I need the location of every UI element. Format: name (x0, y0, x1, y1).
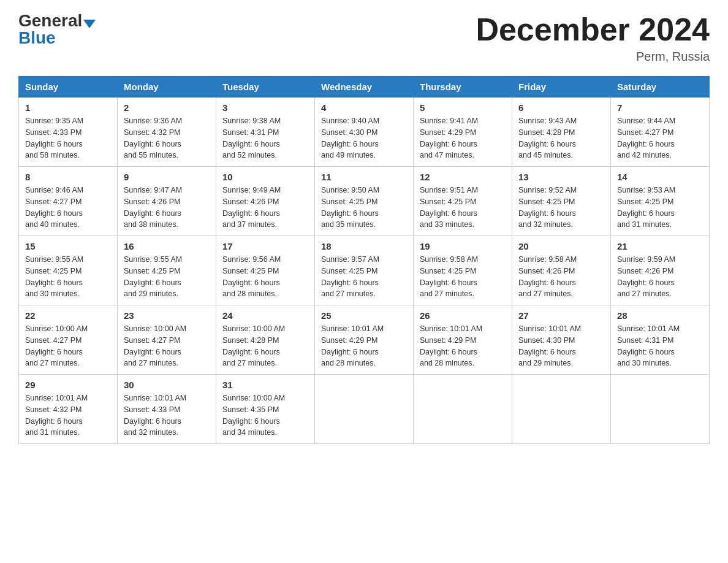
day-info: Sunrise: 9:47 AM Sunset: 4:26 PM Dayligh… (124, 185, 210, 231)
day-info: Sunrise: 10:01 AM Sunset: 4:29 PM Daylig… (420, 323, 506, 369)
day-number: 8 (25, 172, 111, 182)
day-info: Sunrise: 9:35 AM Sunset: 4:33 PM Dayligh… (25, 115, 111, 161)
logo-general-text: General (18, 11, 82, 30)
logo: General Blue (18, 12, 96, 47)
day-number: 15 (25, 241, 111, 251)
calendar-cell: 6 Sunrise: 9:43 AM Sunset: 4:28 PM Dayli… (512, 98, 611, 167)
calendar-table: Sunday Monday Tuesday Wednesday Thursday… (18, 76, 710, 444)
header-friday: Friday (512, 77, 611, 98)
day-number: 7 (617, 102, 703, 113)
calendar-cell: 4 Sunrise: 9:40 AM Sunset: 4:30 PM Dayli… (315, 98, 414, 167)
calendar-cell: 31 Sunrise: 10:00 AM Sunset: 4:35 PM Day… (216, 375, 315, 444)
day-info: Sunrise: 9:36 AM Sunset: 4:32 PM Dayligh… (124, 115, 210, 161)
calendar-cell: 30 Sunrise: 10:01 AM Sunset: 4:33 PM Day… (118, 375, 216, 444)
calendar-cell: 12 Sunrise: 9:51 AM Sunset: 4:25 PM Dayl… (414, 167, 512, 236)
calendar-cell: 3 Sunrise: 9:38 AM Sunset: 4:31 PM Dayli… (216, 98, 315, 167)
day-number: 9 (124, 172, 210, 182)
calendar-cell (512, 375, 611, 444)
calendar-week-5: 29 Sunrise: 10:01 AM Sunset: 4:32 PM Day… (19, 375, 710, 444)
calendar-cell: 27 Sunrise: 10:01 AM Sunset: 4:30 PM Day… (512, 305, 611, 375)
day-number: 18 (321, 241, 407, 251)
day-info: Sunrise: 10:00 AM Sunset: 4:27 PM Daylig… (124, 323, 210, 369)
day-number: 4 (321, 102, 407, 113)
weekday-header-row: Sunday Monday Tuesday Wednesday Thursday… (19, 77, 710, 98)
day-number: 29 (25, 380, 111, 390)
day-number: 26 (420, 310, 506, 321)
day-info: Sunrise: 9:57 AM Sunset: 4:25 PM Dayligh… (321, 254, 407, 300)
calendar-cell: 23 Sunrise: 10:00 AM Sunset: 4:27 PM Day… (118, 305, 216, 375)
day-info: Sunrise: 9:41 AM Sunset: 4:29 PM Dayligh… (420, 115, 506, 161)
day-info: Sunrise: 9:52 AM Sunset: 4:25 PM Dayligh… (518, 185, 604, 231)
header-tuesday: Tuesday (216, 77, 315, 98)
day-info: Sunrise: 9:58 AM Sunset: 4:26 PM Dayligh… (518, 254, 604, 300)
day-number: 27 (518, 310, 604, 321)
calendar-cell: 7 Sunrise: 9:44 AM Sunset: 4:27 PM Dayli… (611, 98, 710, 167)
calendar-cell: 25 Sunrise: 10:01 AM Sunset: 4:29 PM Day… (315, 305, 414, 375)
calendar-cell: 19 Sunrise: 9:58 AM Sunset: 4:25 PM Dayl… (414, 236, 512, 305)
day-number: 19 (420, 241, 506, 251)
day-number: 5 (420, 102, 506, 113)
calendar-cell (414, 375, 512, 444)
calendar-week-2: 8 Sunrise: 9:46 AM Sunset: 4:27 PM Dayli… (19, 167, 710, 236)
calendar-cell: 21 Sunrise: 9:59 AM Sunset: 4:26 PM Dayl… (611, 236, 710, 305)
day-info: Sunrise: 9:46 AM Sunset: 4:27 PM Dayligh… (25, 185, 111, 231)
calendar-cell: 9 Sunrise: 9:47 AM Sunset: 4:26 PM Dayli… (118, 167, 216, 236)
day-number: 20 (518, 241, 604, 251)
calendar-cell: 2 Sunrise: 9:36 AM Sunset: 4:32 PM Dayli… (118, 98, 216, 167)
day-info: Sunrise: 9:43 AM Sunset: 4:28 PM Dayligh… (518, 115, 604, 161)
day-number: 3 (222, 102, 308, 113)
page-header: General Blue December 2024 Perm, Russia (18, 12, 710, 64)
day-info: Sunrise: 10:01 AM Sunset: 4:29 PM Daylig… (321, 323, 407, 369)
calendar-cell: 24 Sunrise: 10:00 AM Sunset: 4:28 PM Day… (216, 305, 315, 375)
day-number: 2 (124, 102, 210, 113)
logo-triangle-icon (83, 20, 96, 28)
day-number: 28 (617, 310, 703, 321)
calendar-cell: 15 Sunrise: 9:55 AM Sunset: 4:25 PM Dayl… (19, 236, 118, 305)
day-number: 10 (222, 172, 308, 182)
calendar-cell: 17 Sunrise: 9:56 AM Sunset: 4:25 PM Dayl… (216, 236, 315, 305)
day-info: Sunrise: 9:55 AM Sunset: 4:25 PM Dayligh… (124, 254, 210, 300)
day-info: Sunrise: 9:50 AM Sunset: 4:25 PM Dayligh… (321, 185, 407, 231)
day-number: 22 (25, 310, 111, 321)
calendar-cell: 1 Sunrise: 9:35 AM Sunset: 4:33 PM Dayli… (19, 98, 118, 167)
day-info: Sunrise: 10:00 AM Sunset: 4:27 PM Daylig… (25, 323, 111, 369)
day-number: 24 (222, 310, 308, 321)
day-info: Sunrise: 10:00 AM Sunset: 4:35 PM Daylig… (222, 393, 308, 439)
calendar-cell: 29 Sunrise: 10:01 AM Sunset: 4:32 PM Day… (19, 375, 118, 444)
day-info: Sunrise: 10:01 AM Sunset: 4:31 PM Daylig… (617, 323, 703, 369)
header-sunday: Sunday (19, 77, 118, 98)
location-label: Perm, Russia (476, 50, 710, 64)
day-info: Sunrise: 9:53 AM Sunset: 4:25 PM Dayligh… (617, 185, 703, 231)
day-number: 17 (222, 241, 308, 251)
day-info: Sunrise: 10:01 AM Sunset: 4:33 PM Daylig… (124, 393, 210, 439)
calendar-cell: 10 Sunrise: 9:49 AM Sunset: 4:26 PM Dayl… (216, 167, 315, 236)
day-number: 31 (222, 380, 308, 390)
calendar-cell: 14 Sunrise: 9:53 AM Sunset: 4:25 PM Dayl… (611, 167, 710, 236)
calendar-cell (611, 375, 710, 444)
day-number: 13 (518, 172, 604, 182)
logo-blue-text: Blue (18, 28, 56, 47)
day-number: 12 (420, 172, 506, 182)
day-number: 25 (321, 310, 407, 321)
day-info: Sunrise: 10:01 AM Sunset: 4:32 PM Daylig… (25, 393, 111, 439)
month-title: December 2024 (476, 12, 710, 47)
calendar-cell: 11 Sunrise: 9:50 AM Sunset: 4:25 PM Dayl… (315, 167, 414, 236)
calendar-cell: 20 Sunrise: 9:58 AM Sunset: 4:26 PM Dayl… (512, 236, 611, 305)
day-number: 21 (617, 241, 703, 251)
calendar-cell: 28 Sunrise: 10:01 AM Sunset: 4:31 PM Day… (611, 305, 710, 375)
day-info: Sunrise: 9:58 AM Sunset: 4:25 PM Dayligh… (420, 254, 506, 300)
day-number: 11 (321, 172, 407, 182)
day-info: Sunrise: 9:44 AM Sunset: 4:27 PM Dayligh… (617, 115, 703, 161)
title-section: December 2024 Perm, Russia (476, 12, 710, 64)
day-number: 6 (518, 102, 604, 113)
logo-general-line: General (18, 12, 96, 29)
calendar-week-3: 15 Sunrise: 9:55 AM Sunset: 4:25 PM Dayl… (19, 236, 710, 305)
header-monday: Monday (118, 77, 216, 98)
day-info: Sunrise: 10:01 AM Sunset: 4:30 PM Daylig… (518, 323, 604, 369)
calendar-cell: 22 Sunrise: 10:00 AM Sunset: 4:27 PM Day… (19, 305, 118, 375)
calendar-week-1: 1 Sunrise: 9:35 AM Sunset: 4:33 PM Dayli… (19, 98, 710, 167)
calendar-cell: 18 Sunrise: 9:57 AM Sunset: 4:25 PM Dayl… (315, 236, 414, 305)
calendar-cell: 26 Sunrise: 10:01 AM Sunset: 4:29 PM Day… (414, 305, 512, 375)
day-number: 16 (124, 241, 210, 251)
calendar-cell (315, 375, 414, 444)
